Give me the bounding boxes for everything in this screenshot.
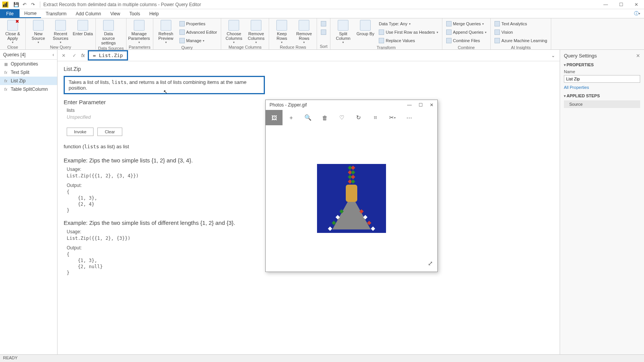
help-icon[interactable]: ⓘ ▾ xyxy=(630,9,644,18)
photos-edit-icon[interactable]: ✂ ▾ xyxy=(384,110,401,125)
merge-queries-button[interactable]: Merge Queries ▾ xyxy=(445,20,488,28)
formula-bar: ✕ ✓ fx = List.Zip ⌄ xyxy=(58,50,560,61)
remove-columns-button[interactable]: Remove Columns▾ xyxy=(246,19,266,44)
all-properties-link[interactable]: All Properties xyxy=(564,85,640,90)
photos-toolbar: 🖼 ＋ 🔍 🗑 ♡ ↻ ⌗ ✂ ▾ ⋯ xyxy=(266,110,437,125)
recent-sources-button[interactable]: Recent Sources▾ xyxy=(50,19,71,44)
new-source-button[interactable]: New Source▾ xyxy=(28,19,49,44)
collapse-queries-icon[interactable]: ‹ xyxy=(53,52,54,57)
query-settings-panel: Query Settings ✕ PROPERTIES Name All Pro… xyxy=(560,50,644,354)
undo-icon[interactable]: ↶ xyxy=(21,2,28,8)
refresh-preview-button[interactable]: Refresh Preview▾ xyxy=(156,19,176,44)
enter-data-button[interactable]: Enter Data xyxy=(72,19,93,36)
manage-button[interactable]: Manage ▾ xyxy=(178,37,219,44)
clear-button[interactable]: Clear xyxy=(97,128,122,136)
formula-input[interactable]: = List.Zip xyxy=(88,50,128,61)
data-source-settings-button[interactable]: Data source settings xyxy=(98,19,119,45)
commit-formula-icon[interactable]: ✓ xyxy=(71,52,78,59)
remove-rows-button[interactable]: Remove Rows▾ xyxy=(294,19,314,44)
app-icon xyxy=(2,1,9,8)
append-queries-button[interactable]: Append Queries ▾ xyxy=(445,28,488,36)
properties-button[interactable]: Properties xyxy=(178,20,219,28)
query-name-input[interactable] xyxy=(564,75,640,83)
status-text: READY xyxy=(3,355,18,360)
first-row-headers-button[interactable]: Use First Row as Headers ▾ xyxy=(377,28,439,36)
choose-columns-button[interactable]: Choose Columns▾ xyxy=(223,19,244,44)
svg-rect-2 xyxy=(5,3,6,7)
photos-more-icon[interactable]: ⋯ xyxy=(401,110,417,125)
photos-view-icon[interactable]: 🖼 xyxy=(266,110,283,125)
azure-ml-button[interactable]: Azure Machine Learning xyxy=(493,37,549,44)
query-item-list-zip[interactable]: fx List Zip xyxy=(0,77,57,85)
queries-header: Queries [4] ‹ xyxy=(0,50,57,60)
svg-rect-1 xyxy=(3,5,4,7)
photos-delete-icon[interactable]: 🗑 xyxy=(316,110,333,125)
replace-values-button[interactable]: Replace Values xyxy=(377,37,439,44)
file-tab[interactable]: File xyxy=(0,9,20,18)
sort-desc-button[interactable] xyxy=(319,28,328,36)
photos-maximize-button[interactable]: ☐ xyxy=(419,102,423,108)
expand-formula-icon[interactable]: ⌄ xyxy=(551,53,557,58)
close-apply-button[interactable]: ✖ Close & Apply▾ xyxy=(2,19,23,44)
invoke-button[interactable]: Invoke xyxy=(67,128,94,136)
photos-titlebar[interactable]: Photos - Zipper.gif — ☐ ✕ xyxy=(266,100,437,110)
quick-access-toolbar: 💾 ↶ ↷ xyxy=(11,2,38,8)
query-item-table-splitcolumn[interactable]: fx Table SplitColumn xyxy=(0,85,57,93)
window-title: Extract Records from delimited data in m… xyxy=(42,2,201,7)
name-label: Name xyxy=(564,69,640,74)
fx-icon[interactable]: fx xyxy=(81,53,85,58)
query-settings-title: Query Settings ✕ xyxy=(564,53,640,59)
window-controls: — ☐ ✕ xyxy=(598,0,644,9)
keep-rows-button[interactable]: Keep Rows▾ xyxy=(271,19,292,44)
zipper-image xyxy=(317,164,386,233)
data-type-button[interactable]: Data Type: Any ▾ xyxy=(377,20,439,28)
query-item-opportunities[interactable]: ▦ Opportunities xyxy=(0,60,57,68)
photos-title-text: Photos - Zipper.gif xyxy=(269,102,307,108)
title-bar: 💾 ↶ ↷ Extract Records from delimited dat… xyxy=(0,0,644,9)
ribbon: ✖ Close & Apply▾ Close New Source▾ Recen… xyxy=(0,18,644,50)
redo-icon[interactable]: ↷ xyxy=(30,2,36,8)
function-name: List.Zip xyxy=(64,66,554,72)
advanced-editor-button[interactable]: Advanced Editor xyxy=(178,28,219,36)
query-item-text-split[interactable]: fx Text Split xyxy=(0,68,57,77)
photos-fullscreen-icon[interactable]: ⤢ xyxy=(428,260,433,267)
tab-add-column[interactable]: Add Column xyxy=(71,9,106,18)
function-icon: fx xyxy=(3,70,8,75)
text-analytics-button[interactable]: Text Analytics xyxy=(493,20,549,28)
tab-home[interactable]: Home xyxy=(20,9,41,18)
step-source[interactable]: Source xyxy=(564,100,640,108)
tab-transform[interactable]: Transform xyxy=(41,9,71,18)
photos-crop-icon[interactable]: ⌗ xyxy=(367,110,384,125)
photos-rotate-icon[interactable]: ↻ xyxy=(350,110,367,125)
cursor-icon: ↖ xyxy=(163,89,168,95)
close-settings-icon[interactable]: ✕ xyxy=(636,53,640,59)
save-icon[interactable]: 💾 xyxy=(13,2,19,8)
maximize-button[interactable]: ☐ xyxy=(613,0,629,9)
tab-help[interactable]: Help xyxy=(145,9,163,18)
function-icon: fx xyxy=(3,87,8,92)
tab-tools[interactable]: Tools xyxy=(125,9,145,18)
photos-close-button[interactable]: ✕ xyxy=(430,102,434,108)
cancel-formula-icon[interactable]: ✕ xyxy=(60,52,67,59)
vision-button[interactable]: Vision xyxy=(493,28,549,36)
split-column-button[interactable]: Split Column▾ xyxy=(333,19,353,44)
photos-window[interactable]: Photos - Zipper.gif — ☐ ✕ 🖼 ＋ 🔍 🗑 ♡ ↻ ⌗ … xyxy=(265,100,438,272)
photos-zoom-icon[interactable]: 🔍 xyxy=(299,110,316,125)
photos-minimize-button[interactable]: — xyxy=(407,102,412,108)
tab-view[interactable]: View xyxy=(106,9,125,18)
group-by-button[interactable]: Group By xyxy=(355,19,376,36)
close-button[interactable]: ✕ xyxy=(629,0,644,9)
sort-asc-button[interactable] xyxy=(319,20,328,28)
photos-favorite-icon[interactable]: ♡ xyxy=(333,110,350,125)
applied-steps-section: APPLIED STEPS xyxy=(564,93,640,98)
combine-files-button[interactable]: Combine Files xyxy=(445,37,488,44)
queries-panel: Queries [4] ‹ ▦ Opportunities fx Text Sp… xyxy=(0,50,58,354)
status-bar: READY xyxy=(0,354,644,362)
manage-parameters-button[interactable]: Manage Parameters▾ xyxy=(129,19,150,44)
svg-rect-3 xyxy=(6,2,7,7)
photos-add-icon[interactable]: ＋ xyxy=(283,110,299,125)
menu-bar: File Home Transform Add Column View Tool… xyxy=(0,9,644,18)
function-icon: fx xyxy=(3,78,8,84)
minimize-button[interactable]: — xyxy=(598,0,613,9)
table-icon: ▦ xyxy=(3,61,8,67)
